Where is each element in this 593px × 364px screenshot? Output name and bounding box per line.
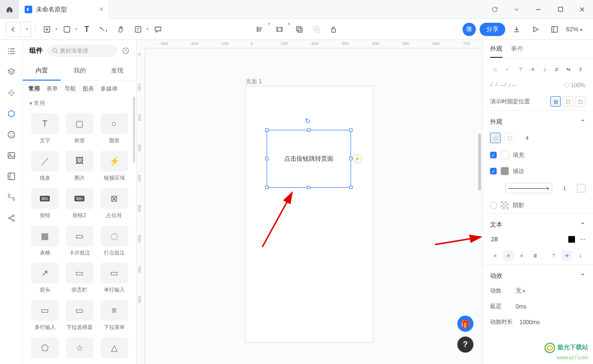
stroke-checkbox[interactable]: ✓ [490,168,497,174]
component-item[interactable]: ⬠ [29,337,60,361]
panel-scrollbar[interactable] [133,97,135,163]
anim-select[interactable]: 无 ▾ [516,287,525,295]
cat-nav[interactable]: 导航 [65,85,76,93]
search-input[interactable]: 素材海量搜 [47,45,117,57]
zoom-level[interactable]: 62% ▾ [566,26,587,33]
stroke-width-input[interactable]: 1 [556,185,573,191]
comment-tool[interactable] [150,22,166,37]
component-item[interactable]: ☆ [64,337,95,361]
component-item[interactable]: 🖼图片 [64,151,95,184]
close-tab-icon[interactable]: × [99,5,103,14]
dropdown-button[interactable] [506,0,528,19]
cat-form[interactable]: 表单 [46,85,58,93]
tab-events[interactable]: 事件 [511,45,523,58]
connector-tool[interactable] [96,22,111,37]
rail-outline-icon[interactable] [6,46,17,57]
text-align-left-icon[interactable]: ≡ [490,250,500,261]
rotate-handle-icon[interactable]: ↻ [305,117,311,125]
cat-chart[interactable]: 图表 [83,85,94,93]
fill-checkbox[interactable]: ✓ [490,152,497,158]
add-tool[interactable] [39,22,55,37]
resize-handle-se[interactable] [349,186,352,189]
resize-handle-ne[interactable] [349,128,352,132]
rail-image-icon[interactable] [6,150,17,161]
source-tab-builtin[interactable]: 内置 [23,62,61,81]
radius-individual-icon[interactable]: ⬚ [504,133,515,143]
collapse-icon[interactable]: ⌃ [580,221,585,228]
download-button[interactable] [509,22,524,37]
component-item[interactable]: △ [99,337,130,361]
play-button[interactable] [528,22,543,37]
text-more-icon[interactable]: ⋯ [580,236,585,243]
collapse-icon[interactable]: ⌃ [580,273,585,280]
rail-emoji-icon[interactable] [6,129,17,140]
shadow-color-swatch[interactable] [500,201,509,209]
component-item[interactable]: ○圆形 [99,113,130,147]
component-item[interactable]: ▭状态栏 [64,263,95,296]
component-item[interactable]: ⊠占位符 [99,188,130,222]
align-v-bot-icon[interactable]: ⊥ [540,64,550,74]
component-item[interactable]: ▭卡片批注 [64,226,95,259]
duration-input[interactable]: 1000ms [519,319,540,326]
rail-components-icon[interactable] [6,108,17,119]
fill-color-swatch[interactable] [500,151,509,159]
component-item[interactable]: ▭下拉选择器 [64,300,95,334]
text-valign-mid-icon[interactable]: ✛ [562,250,572,261]
micro-button[interactable]: 微 [463,23,476,36]
align-stretch-h-icon[interactable]: ⇆ [564,64,574,74]
cat-common[interactable]: 常用 [28,85,40,93]
text-align-justify-icon[interactable]: ≣ [530,250,540,261]
hand-tool[interactable] [113,22,129,37]
resize-handle-n[interactable] [307,128,310,132]
align-stretch-v-icon[interactable]: ⇵ [552,64,562,74]
maximize-button[interactable] [549,0,571,19]
source-tab-discover[interactable]: 发现 [98,62,136,81]
source-tab-mine[interactable]: 我的 [61,62,99,81]
group-tool[interactable] [292,22,307,37]
font-size-input[interactable]: 28 [490,236,498,243]
radius-uniform-icon[interactable]: ⬜ [490,133,500,143]
ungroup-tool[interactable] [309,22,324,37]
component-item[interactable]: ▭多行输入 [29,300,60,334]
fixed-pos-opt1[interactable]: ▨ [550,96,561,107]
panels-button[interactable] [547,22,562,37]
shadow-checkbox[interactable] [490,202,497,209]
text-color-swatch[interactable] [568,236,575,243]
stroke-options-icon[interactable] [577,184,585,192]
component-item[interactable]: ⚡链接区域 [99,151,130,184]
shape-tool[interactable] [59,22,74,37]
component-item[interactable]: ◌打点批注 [99,226,130,259]
close-window-button[interactable] [571,0,593,19]
canvas[interactable]: -300-200-1000100200300400500600700 01002… [137,40,482,364]
lock-tool[interactable] [326,22,341,37]
component-item[interactable]: ／线条 [29,151,60,184]
fixed-pos-opt2[interactable]: ▢ [563,96,573,107]
resize-handle-s[interactable] [307,186,310,189]
back-button[interactable] [6,22,21,37]
link-node-icon[interactable]: ⚡ [352,154,362,164]
minimize-button[interactable] [528,0,549,19]
align-tool[interactable] [252,22,267,37]
text-valign-bot-icon[interactable]: ⊥ [575,250,585,261]
history-icon[interactable] [122,47,130,55]
radius-input[interactable]: 4 [519,135,536,141]
note-tool[interactable] [130,22,146,37]
delay-input[interactable]: 0ms [516,303,527,310]
text-align-right-icon[interactable]: ≡ [517,250,527,261]
component-item[interactable]: T文字 [29,113,60,147]
document-tab[interactable]: 未命名原型 × [19,0,110,19]
rail-share-icon[interactable] [6,212,17,224]
align-h-left-icon[interactable]: ⊏ [490,64,500,74]
component-item[interactable]: ≡下拉菜单 [99,300,130,334]
rail-layers-icon[interactable] [6,66,17,78]
component-item[interactable]: ↗箭头 [29,263,60,296]
component-item[interactable]: ▭单行输入 [99,263,130,296]
back-dropdown[interactable]: ▾ [23,22,31,37]
share-button[interactable]: 分享 [480,23,505,36]
resize-handle-nw[interactable] [265,128,269,132]
canvas-scrollbar[interactable] [478,134,481,191]
component-item[interactable]: ▢矩形 [64,113,95,147]
component-item[interactable]: ▦表格 [29,226,60,259]
align-h-center-icon[interactable]: ≡ [502,64,512,74]
refresh-button[interactable] [484,0,506,19]
